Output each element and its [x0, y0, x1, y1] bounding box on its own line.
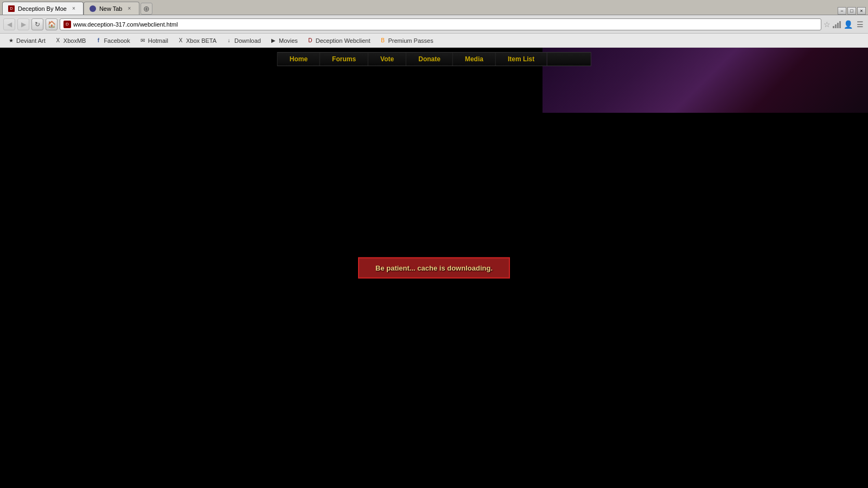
- download-icon: ↓: [225, 37, 233, 44]
- bookmark-label-deviantart: Deviant Art: [16, 37, 46, 44]
- nav-home[interactable]: Home: [278, 53, 320, 66]
- nav-extra: [547, 53, 590, 66]
- user-icon[interactable]: 👤: [843, 20, 853, 29]
- bookmark-label-movies: Movies: [279, 37, 298, 44]
- signal-bar-4: [839, 21, 841, 28]
- maximize-button[interactable]: □: [847, 7, 856, 15]
- status-message-text: Be patient... cache is downloading.: [375, 264, 493, 272]
- tab-close-deception[interactable]: ×: [70, 5, 78, 12]
- hotmail-icon: ✉: [139, 37, 146, 44]
- bookmark-label-facebook: Facebook: [104, 37, 130, 44]
- bookmark-label-download: Download: [234, 37, 261, 44]
- back-button[interactable]: ◀: [3, 18, 15, 30]
- tab-label-deception: Deception By Moe: [18, 5, 67, 12]
- bookmark-star-icon[interactable]: ☆: [824, 20, 831, 29]
- bookmark-movies[interactable]: ▶ Movies: [266, 35, 302, 46]
- address-bar[interactable]: D: [60, 18, 821, 30]
- movies-icon: ▶: [270, 37, 277, 44]
- status-message-inner: Be patient... cache is downloading.: [375, 264, 493, 272]
- bookmark-label-hotmail: Hotmail: [148, 37, 168, 44]
- tab-favicon-newtab: [90, 5, 96, 12]
- nav-forums[interactable]: Forums: [320, 53, 368, 66]
- website-content: Home Forums Vote Donate Media Item List …: [0, 48, 868, 488]
- home-button[interactable]: 🏠: [46, 18, 58, 30]
- website-background-decoration: [542, 48, 868, 113]
- bookmark-xboxmb[interactable]: X XboxMB: [50, 35, 90, 46]
- menu-icon[interactable]: ☰: [855, 20, 865, 29]
- nav-media[interactable]: Media: [453, 53, 496, 66]
- tab-newtab[interactable]: New Tab ×: [84, 2, 139, 15]
- bookmark-deception-webclient[interactable]: D Deception Webclient: [303, 35, 374, 46]
- deception-webclient-icon: D: [307, 37, 314, 44]
- bookmarks-bar: ★ Deviant Art X XboxMB f Facebook ✉ Hotm…: [0, 34, 868, 48]
- premium-passes-icon: B: [379, 37, 387, 44]
- forward-button[interactable]: ▶: [17, 18, 29, 30]
- tab-favicon-deception: D: [8, 5, 15, 12]
- tab-close-newtab[interactable]: ×: [126, 5, 133, 12]
- minimize-button[interactable]: −: [838, 7, 846, 15]
- tab-active[interactable]: D Deception By Moe ×: [2, 2, 84, 15]
- facebook-icon: f: [94, 37, 102, 44]
- xboxmb-icon: X: [54, 37, 62, 44]
- address-favicon: D: [63, 21, 71, 28]
- refresh-button[interactable]: ↻: [31, 18, 43, 30]
- bookmark-xboxbeta[interactable]: X Xbox BETA: [173, 35, 220, 46]
- bookmark-label-deception-webclient: Deception Webclient: [316, 37, 371, 44]
- nav-vote[interactable]: Vote: [368, 53, 406, 66]
- bookmark-deviantart[interactable]: ★ Deviant Art: [3, 35, 49, 46]
- signal-bar-3: [837, 23, 839, 28]
- status-message-box: Be patient... cache is downloading.: [358, 258, 510, 279]
- nav-donate[interactable]: Donate: [406, 53, 453, 66]
- signal-bar-1: [833, 26, 834, 28]
- bookmark-download[interactable]: ↓ Download: [221, 35, 265, 46]
- deviantart-icon: ★: [7, 37, 15, 44]
- new-tab-button[interactable]: ⊕: [141, 3, 152, 15]
- bookmark-label-xboxmb: XboxMB: [63, 37, 86, 44]
- signal-bars-icon: [833, 21, 841, 28]
- bookmark-premium-passes[interactable]: B Premium Passes: [375, 35, 437, 46]
- bookmark-facebook[interactable]: f Facebook: [91, 35, 133, 46]
- nav-bar: ◀ ▶ ↻ 🏠 D ☆ 👤 ☰: [0, 15, 868, 34]
- url-input[interactable]: [73, 21, 818, 28]
- bookmark-label-premium-passes: Premium Passes: [388, 37, 433, 44]
- xboxbeta-icon: X: [177, 37, 184, 44]
- tab-bar: D Deception By Moe × New Tab × ⊕ − □ ×: [0, 0, 868, 15]
- nav-item-list[interactable]: Item List: [496, 53, 547, 66]
- window-controls: − □ ×: [838, 7, 866, 15]
- bookmark-hotmail[interactable]: ✉ Hotmail: [135, 35, 172, 46]
- signal-bar-2: [835, 24, 837, 28]
- tab-label-newtab: New Tab: [99, 5, 123, 12]
- close-button[interactable]: ×: [857, 7, 866, 15]
- bookmark-label-xboxbeta: Xbox BETA: [186, 37, 216, 44]
- site-navigation: Home Forums Vote Donate Media Item List: [277, 52, 591, 66]
- browser-window: D Deception By Moe × New Tab × ⊕ − □ × ◀…: [0, 0, 868, 488]
